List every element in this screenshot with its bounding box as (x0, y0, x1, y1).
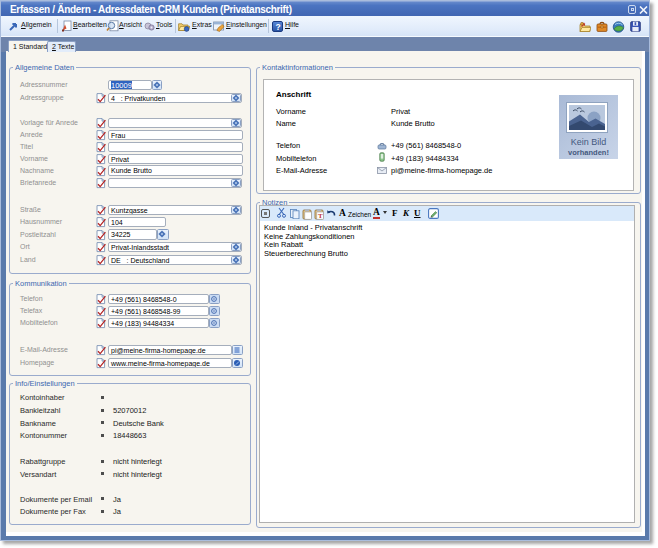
svg-text:T: T (318, 212, 323, 220)
